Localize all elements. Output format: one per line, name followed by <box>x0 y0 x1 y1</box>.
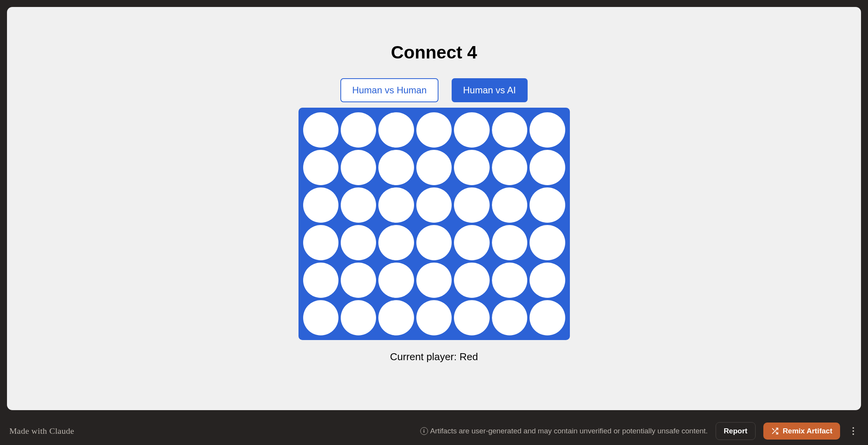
remix-label: Remix Artifact <box>783 427 832 435</box>
board-cell[interactable] <box>341 150 376 185</box>
board-cell[interactable] <box>303 225 338 260</box>
board-cell[interactable] <box>454 300 489 335</box>
mode-human-vs-human-button[interactable]: Human vs Human <box>340 78 438 102</box>
board-cell[interactable] <box>530 112 565 148</box>
board-cell[interactable] <box>530 187 565 223</box>
app-panel: Connect 4 Human vs Human Human vs AI Cur… <box>7 7 861 410</box>
board-cell[interactable] <box>303 300 338 335</box>
board-cell[interactable] <box>378 300 414 335</box>
report-button[interactable]: Report <box>716 422 756 440</box>
board-cell[interactable] <box>303 112 338 148</box>
board-cell[interactable] <box>378 150 414 185</box>
board-cell[interactable] <box>416 300 452 335</box>
board-cell[interactable] <box>492 300 527 335</box>
board-cell[interactable] <box>378 263 414 298</box>
board-cell[interactable] <box>454 187 489 223</box>
board-cell[interactable] <box>378 225 414 260</box>
board-cell[interactable] <box>492 112 527 148</box>
board-cell[interactable] <box>530 150 565 185</box>
board-cell[interactable] <box>416 187 452 223</box>
made-with-label: Made with Claude <box>9 426 74 436</box>
board-cell[interactable] <box>303 150 338 185</box>
page-title: Connect 4 <box>391 42 477 63</box>
board-cell[interactable] <box>492 150 527 185</box>
shuffle-icon <box>771 427 779 435</box>
board-cell[interactable] <box>378 112 414 148</box>
board-cell[interactable] <box>454 112 489 148</box>
mode-human-vs-ai-button[interactable]: Human vs AI <box>452 78 528 102</box>
board-cell[interactable] <box>492 187 527 223</box>
board-cell[interactable] <box>530 225 565 260</box>
board-cell[interactable] <box>454 263 489 298</box>
disclaimer-row: i Artifacts are user-generated and may c… <box>420 427 708 435</box>
remix-artifact-button[interactable]: Remix Artifact <box>763 423 840 440</box>
app-frame: Connect 4 Human vs Human Human vs AI Cur… <box>0 0 868 417</box>
board-cell[interactable] <box>378 187 414 223</box>
board-cell[interactable] <box>416 263 452 298</box>
board-cell[interactable] <box>454 150 489 185</box>
board-cell[interactable] <box>530 263 565 298</box>
board-cell[interactable] <box>492 263 527 298</box>
current-player-status: Current player: Red <box>390 351 478 363</box>
board-cell[interactable] <box>530 300 565 335</box>
game-board <box>299 108 570 340</box>
footer-bar: Made with Claude i Artifacts are user-ge… <box>0 417 868 445</box>
board-cell[interactable] <box>341 300 376 335</box>
board-cell[interactable] <box>492 225 527 260</box>
board-cell[interactable] <box>341 112 376 148</box>
board-cell[interactable] <box>454 225 489 260</box>
board-cell[interactable] <box>341 263 376 298</box>
disclaimer-text: Artifacts are user-generated and may con… <box>430 427 708 435</box>
mode-selector: Human vs Human Human vs AI <box>340 78 527 102</box>
board-cell[interactable] <box>341 225 376 260</box>
board-cell[interactable] <box>303 263 338 298</box>
board-cell[interactable] <box>303 187 338 223</box>
more-menu-button[interactable] <box>848 424 859 438</box>
board-cell[interactable] <box>416 225 452 260</box>
board-cell[interactable] <box>341 187 376 223</box>
board-cell[interactable] <box>416 112 452 148</box>
board-cell[interactable] <box>416 150 452 185</box>
info-icon: i <box>420 427 428 435</box>
